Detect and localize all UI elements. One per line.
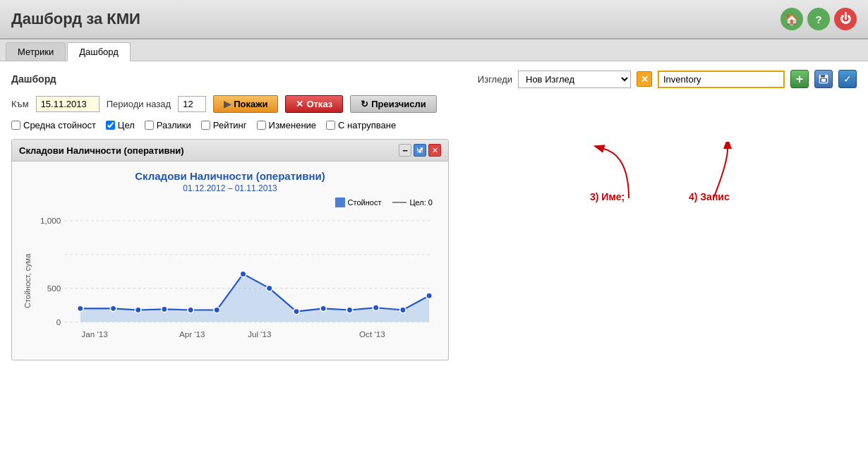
- checkbox-razliki[interactable]: Разлики: [145, 120, 191, 130]
- svg-point-27: [373, 305, 379, 311]
- svg-text:Oct '13: Oct '13: [359, 329, 385, 339]
- svg-text:500: 500: [47, 284, 61, 293]
- checkbox-tsel[interactable]: Цел: [106, 120, 135, 130]
- svg-point-28: [400, 307, 406, 313]
- widget-header: Складови Наличности (оперативни) − ✕: [12, 140, 448, 162]
- chart-svg: 1,000 500 0: [35, 210, 440, 351]
- legend-value-icon: [335, 197, 345, 207]
- svg-text:Apr '13: Apr '13: [179, 329, 205, 339]
- chart-area: 1,000 500 0: [35, 210, 440, 351]
- tab-dashboard[interactable]: Дашборд: [67, 42, 131, 61]
- svg-rect-1: [821, 75, 825, 78]
- recalc-button[interactable]: ↻ Преизчисли: [350, 95, 437, 113]
- svg-point-25: [320, 305, 327, 312]
- legend-goal-icon: [392, 202, 406, 203]
- annotation-name: 3) Име;: [590, 142, 639, 207]
- svg-text:Jul '13: Jul '13: [248, 329, 271, 339]
- app-header: Дашборд за КМИ 🏠 ? ⏻: [0, 0, 868, 39]
- widget-close-button[interactable]: ✕: [428, 144, 441, 157]
- checkbox-rejting[interactable]: Рейтинг: [201, 120, 247, 130]
- svg-point-23: [266, 285, 272, 291]
- widget-minimize-button[interactable]: −: [399, 144, 411, 157]
- legend-value: Стойност: [335, 197, 382, 207]
- toolbar-row: Дашборд Изгледи Нов Изглед ✕ + ✓: [11, 70, 857, 88]
- widget-body: Складови Наличности (оперативни) 01.12.2…: [12, 162, 448, 360]
- tabs-bar: Метрики Дашборд: [0, 39, 868, 61]
- svg-marker-15: [80, 274, 429, 322]
- chart-title: Складови Наличности (оперативни): [20, 170, 440, 182]
- add-view-button[interactable]: +: [790, 70, 809, 88]
- checkboxes-row: Средна стойност Цел Разлики Рейтинг Изме…: [11, 120, 857, 130]
- svg-text:0: 0: [56, 317, 61, 327]
- svg-text:1,000: 1,000: [40, 216, 61, 225]
- svg-point-20: [188, 307, 194, 313]
- dashboard-section-label: Дашборд: [11, 73, 56, 85]
- chart-subtitle: 01.12.2012 – 01.11.2013: [20, 183, 440, 193]
- svg-rect-5: [418, 147, 421, 150]
- date-row: Към Периоди назад ▶ Покажи ✕ Отказ ↻ Пре…: [11, 95, 857, 113]
- izgledi-label: Изгледи: [478, 74, 512, 85]
- periodi-label: Периоди назад: [107, 99, 171, 109]
- legend-goal: Цел: 0: [392, 197, 433, 207]
- widget-title: Складови Наличности (оперативни): [19, 145, 184, 156]
- svg-point-24: [294, 308, 300, 315]
- app-title: Дашборд за КМИ: [11, 10, 140, 28]
- view-select[interactable]: Нов Изглед: [518, 71, 631, 88]
- svg-text:Jan '13: Jan '13: [81, 329, 107, 339]
- help-button[interactable]: ?: [807, 8, 830, 30]
- svg-point-26: [346, 307, 353, 313]
- svg-rect-7: [418, 151, 421, 153]
- svg-point-19: [162, 306, 168, 312]
- widget-panel: Складови Наличности (оперативни) − ✕ Скл…: [11, 139, 449, 360]
- y-axis-label: Стойност, сума: [20, 210, 35, 351]
- clear-view-button[interactable]: ✕: [637, 71, 652, 87]
- svg-point-29: [426, 293, 433, 299]
- tab-metrics[interactable]: Метрики: [6, 42, 66, 61]
- chart-container: Стойност, сума 1,000 500 0: [20, 210, 440, 351]
- svg-point-22: [240, 271, 246, 277]
- power-button[interactable]: ⏻: [834, 8, 857, 30]
- checkbox-sredna[interactable]: Средна стойност: [11, 120, 96, 130]
- annotation-save-label: 4) Запис: [689, 191, 730, 202]
- svg-point-21: [214, 307, 220, 313]
- checkbox-natrupvane[interactable]: С натрупване: [326, 120, 396, 130]
- svg-point-16: [78, 305, 84, 312]
- toolbar-right: Изгледи Нов Изглед ✕ + ✓: [478, 70, 857, 88]
- legend-value-label: Стойност: [348, 198, 382, 207]
- save-view-button[interactable]: [814, 70, 833, 88]
- legend-goal-label: Цел: 0: [409, 198, 433, 207]
- checkbox-izmenenie[interactable]: Изменение: [257, 120, 317, 130]
- floppy-icon: [819, 74, 828, 84]
- svg-point-18: [135, 307, 141, 313]
- cancel-button[interactable]: ✕ Отказ: [285, 95, 343, 113]
- widget-header-buttons: − ✕: [399, 144, 441, 157]
- view-name-input[interactable]: [658, 71, 785, 88]
- header-icons: 🏠 ? ⏻: [780, 8, 857, 30]
- home-button[interactable]: 🏠: [780, 8, 803, 30]
- chart-legend: Стойност Цел: 0: [20, 197, 440, 207]
- annotation-name-label: 3) Име;: [590, 191, 625, 202]
- floppy-small-icon: [416, 147, 423, 154]
- confirm-view-button[interactable]: ✓: [838, 70, 857, 88]
- svg-rect-3: [821, 79, 826, 82]
- kam-label: Към: [11, 99, 29, 109]
- widget-save-button[interactable]: [414, 144, 426, 157]
- date-input[interactable]: [36, 96, 100, 112]
- svg-point-17: [110, 305, 116, 312]
- period-input[interactable]: [178, 96, 206, 112]
- main-content: Дашборд Изгледи Нов Изглед ✕ + ✓ Към П: [0, 61, 868, 450]
- annotation-save: 4) Запис: [689, 142, 738, 207]
- show-button[interactable]: ▶ Покажи: [213, 95, 278, 113]
